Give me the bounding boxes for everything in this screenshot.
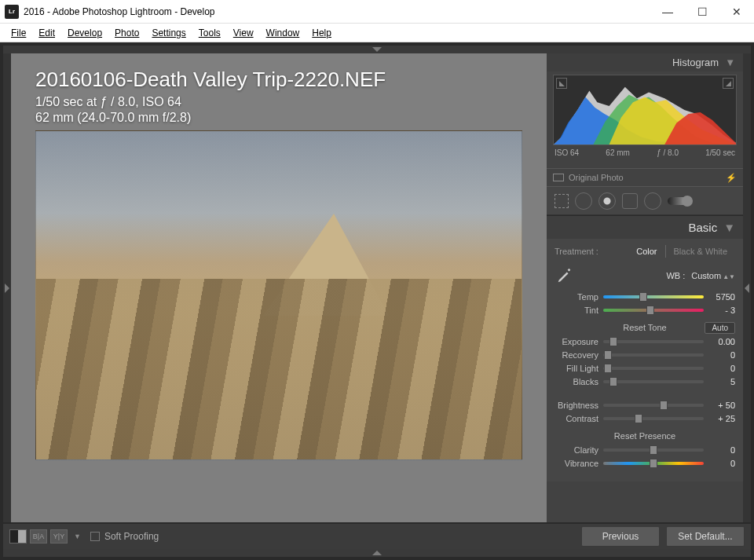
slider-temp: Temp5750 xyxy=(555,292,735,302)
right-panel-toggle[interactable] xyxy=(743,53,751,522)
original-photo-label: Original Photo xyxy=(569,173,624,182)
histogram-display[interactable]: ◣ ◢ xyxy=(553,75,737,145)
slider-value[interactable]: 0 xyxy=(708,445,735,455)
slider-value[interactable]: + 25 xyxy=(708,414,735,423)
bolt-icon[interactable]: ⚡ xyxy=(726,173,737,183)
menu-bar: File Edit Develop Photo Settings Tools V… xyxy=(0,24,754,42)
slider-label: Fill Light xyxy=(555,364,598,373)
presence-header[interactable]: Reset Presence xyxy=(614,431,675,441)
treatment-color-option[interactable]: Color xyxy=(628,245,664,258)
slider-thumb[interactable] xyxy=(609,377,617,386)
tone-header[interactable]: Reset Tone xyxy=(623,323,666,332)
slider-track[interactable] xyxy=(603,417,704,420)
slider-label: Exposure xyxy=(555,337,598,346)
tool-strip xyxy=(547,187,743,215)
menu-tools[interactable]: Tools xyxy=(192,26,227,40)
slider-label: Blacks xyxy=(555,377,598,386)
wb-select[interactable]: Custom▲▼ xyxy=(691,271,735,280)
canvas-area[interactable]: 20160106-Death Valley Trip-2220.NEF 1/50… xyxy=(11,53,547,522)
slider-thumb[interactable] xyxy=(650,445,657,455)
slider-thumb[interactable] xyxy=(639,292,647,302)
slider-clarity: Clarity0 xyxy=(555,445,735,455)
photo-preview[interactable] xyxy=(35,130,522,460)
spot-removal-tool-icon[interactable] xyxy=(575,192,592,210)
shadow-clipping-icon[interactable]: ◣ xyxy=(556,78,567,89)
chevron-down-icon: ▼ xyxy=(723,221,735,234)
slider-track[interactable] xyxy=(603,353,704,357)
window-close-button[interactable]: ✕ xyxy=(719,0,754,24)
slider-thumb[interactable] xyxy=(604,364,612,373)
slider-thumb[interactable] xyxy=(635,414,642,423)
view-mode-dropdown-icon[interactable]: ▼ xyxy=(74,533,81,540)
menu-photo[interactable]: Photo xyxy=(108,26,145,40)
view-mode-loupe[interactable] xyxy=(9,529,27,544)
bottom-toolbar: B|A Y|Y ▼ Soft Proofing Previous Set Def… xyxy=(3,522,751,549)
view-mode-before-after-lr[interactable]: B|A xyxy=(30,529,47,544)
menu-edit[interactable]: Edit xyxy=(32,26,61,40)
menu-develop[interactable]: Develop xyxy=(61,26,108,40)
window-minimize-button[interactable]: — xyxy=(650,0,685,24)
left-panel-toggle[interactable] xyxy=(3,53,11,522)
slider-value[interactable]: 0.00 xyxy=(708,337,735,346)
basic-panel-header[interactable]: Basic▼ xyxy=(547,215,743,239)
slider-track[interactable] xyxy=(603,404,704,407)
slider-track[interactable] xyxy=(603,448,704,452)
slider-track[interactable] xyxy=(603,462,704,465)
soft-proofing-checkbox[interactable] xyxy=(90,532,100,541)
slider-label: Clarity xyxy=(555,445,598,455)
slider-track[interactable] xyxy=(603,367,704,370)
adjustment-brush-tool-icon[interactable] xyxy=(668,197,691,205)
filmstrip-toggle[interactable] xyxy=(3,549,751,557)
view-mode-before-after-tb[interactable]: Y|Y xyxy=(50,529,68,544)
slider-thumb[interactable] xyxy=(650,459,657,468)
hist-focal: 62 mm xyxy=(606,148,630,157)
graduated-filter-tool-icon[interactable] xyxy=(622,193,638,209)
window-titlebar: Lr 2016 - Adobe Photoshop Lightroom - De… xyxy=(0,0,754,24)
menu-settings[interactable]: Settings xyxy=(145,26,192,40)
slider-thumb[interactable] xyxy=(646,306,654,315)
radial-filter-tool-icon[interactable] xyxy=(644,192,661,210)
redeye-tool-icon[interactable] xyxy=(598,192,616,210)
slider-value[interactable]: + 50 xyxy=(708,401,735,410)
slider-label: Recovery xyxy=(555,350,598,360)
wb-label: WB : xyxy=(666,271,685,280)
slider-label: Tint xyxy=(555,306,598,315)
slider-value[interactable]: 0 xyxy=(708,364,735,373)
window-maximize-button[interactable]: ☐ xyxy=(685,0,719,24)
auto-tone-button[interactable]: Auto xyxy=(705,322,735,334)
histogram-panel-header[interactable]: Histogram▼ xyxy=(547,53,743,71)
slider-value[interactable]: - 3 xyxy=(708,306,735,315)
slider-value[interactable]: 5750 xyxy=(708,292,735,302)
slider-thumb[interactable] xyxy=(604,350,612,360)
highlight-clipping-icon[interactable]: ◢ xyxy=(723,78,734,89)
set-default-button[interactable]: Set Default... xyxy=(666,526,745,547)
right-panel: Histogram▼ ◣ ◢ ISO 64 62 mm xyxy=(547,53,743,522)
previous-button[interactable]: Previous xyxy=(581,526,660,547)
menu-window[interactable]: Window xyxy=(260,26,306,40)
slider-value[interactable]: 0 xyxy=(708,350,735,360)
white-balance-dropper-icon[interactable] xyxy=(555,265,575,286)
slider-value[interactable]: 5 xyxy=(708,377,735,386)
crop-tool-icon[interactable] xyxy=(555,194,569,208)
menu-help[interactable]: Help xyxy=(306,26,338,40)
treatment-label: Treatment : xyxy=(555,247,598,256)
slider-value[interactable]: 0 xyxy=(708,459,735,468)
treatment-bw-option[interactable]: Black & White xyxy=(666,245,735,258)
top-panel-toggle[interactable] xyxy=(3,46,751,53)
slider-track[interactable] xyxy=(603,380,704,383)
hist-shutter: 1/50 sec xyxy=(705,148,735,157)
hist-aperture: ƒ / 8.0 xyxy=(657,148,679,157)
slider-track[interactable] xyxy=(603,309,704,312)
slider-track[interactable] xyxy=(603,295,704,298)
slider-label: Temp xyxy=(555,292,598,302)
menu-file[interactable]: File xyxy=(5,26,32,40)
original-photo-row[interactable]: Original Photo ⚡ xyxy=(547,168,743,187)
slider-thumb[interactable] xyxy=(660,401,668,410)
slider-thumb[interactable] xyxy=(609,337,617,346)
menu-view[interactable]: View xyxy=(227,26,260,40)
slider-track[interactable] xyxy=(603,340,704,343)
chevron-down-icon: ▼ xyxy=(725,57,735,68)
basic-title: Basic xyxy=(688,221,717,234)
soft-proofing-label: Soft Proofing xyxy=(104,531,159,542)
window-title: 2016 - Adobe Photoshop Lightroom - Devel… xyxy=(24,6,650,17)
